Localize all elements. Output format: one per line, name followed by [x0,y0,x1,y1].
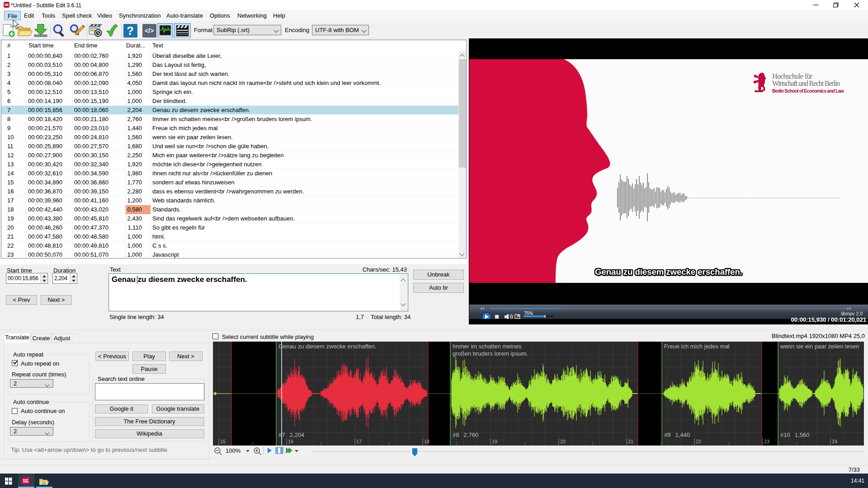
svg-text:wenn sie ein paar zeilen lesen: wenn sie ein paar zeilen lesen [780,343,859,350]
svg-text:19: 19 [492,439,497,444]
svg-text:?: ? [127,24,134,38]
svg-text:SE: SE [23,479,29,483]
svg-text:15: 15 [220,439,226,444]
svg-text:#8 2,760: #8 2,760 [453,432,478,438]
svg-text:20: 20 [560,439,566,444]
svg-text:18: 18 [424,439,429,444]
svg-text:#10 1,560: #10 1,560 [780,432,809,438]
svg-text:großen bruders lorem ipsum.: großen bruders lorem ipsum. [453,350,528,357]
svg-text:16: 16 [288,439,293,444]
svg-text:14:41: 14:41 [851,478,864,484]
svg-text:24: 24 [832,439,837,444]
svg-text:Hochschule für: Hochschule für [772,72,813,80]
svg-text:Genau zu diesem zwecke erschaf: Genau zu diesem zwecke erschaffen. [278,343,377,350]
svg-text:17: 17 [356,439,362,444]
svg-text:21: 21 [628,439,633,444]
svg-text:Freue ich mich jedes mal: Freue ich mich jedes mal [664,343,730,350]
svg-text:100%: 100% [226,447,241,454]
svg-text:#9 1,440: #9 1,440 [664,432,690,438]
svg-text:libmpv 2.0: libmpv 2.0 [841,311,863,316]
svg-text:</>: </> [145,27,154,34]
svg-text:75%: 75% [524,311,533,316]
svg-text:Immer im schatten meines: Immer im schatten meines [453,343,522,350]
svg-text:23: 23 [764,439,769,444]
svg-text:#7 2,204: #7 2,204 [278,432,304,438]
svg-text:22: 22 [696,439,701,444]
svg-text:Berlin School of Economics and: Berlin School of Economics and Law [772,88,844,94]
svg-text:Wirtschaft und Recht Berlin: Wirtschaft und Recht Berlin [772,80,840,87]
